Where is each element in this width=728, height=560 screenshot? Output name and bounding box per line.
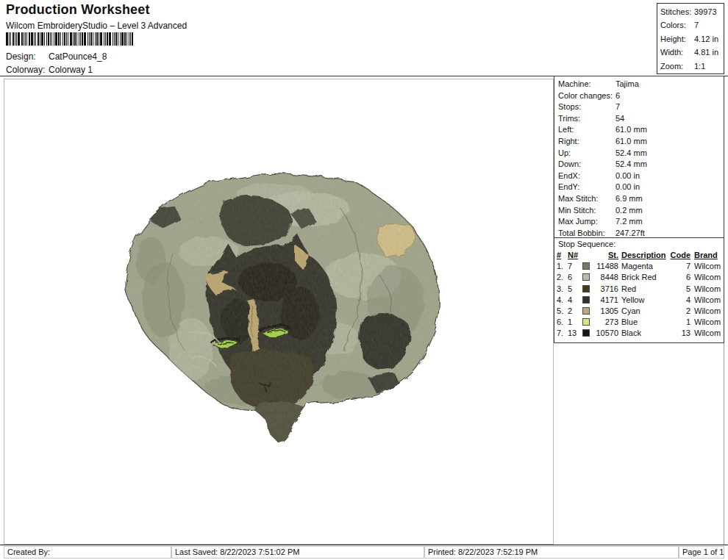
stop-sequence-row: 5. 2 1305 Cyan 2 Wilcom	[557, 306, 724, 317]
info-label: EndY:	[558, 182, 615, 193]
info-row: EndX: 0.00 in	[554, 170, 724, 182]
needle-number: 1	[568, 317, 582, 328]
info-value: 61.0 mm	[615, 124, 647, 136]
info-row: Width: 4.81 in	[660, 46, 724, 59]
info-row: EndY: 0.00 in	[554, 182, 724, 193]
design-value: CatPounce4_8	[49, 51, 107, 62]
info-row: Trims: 54	[554, 113, 724, 125]
barcode-icon	[6, 32, 135, 46]
thread-color-swatch	[582, 307, 590, 315]
software-name: Wilcom EmbroideryStudio – Level 3 Advanc…	[6, 21, 187, 31]
last-saved-cell: Last Saved: 8/22/2023 7:51:02 PM	[171, 546, 424, 559]
info-label: Up:	[558, 148, 615, 159]
page-right-edge	[724, 343, 724, 545]
stitch-count: 3716	[593, 284, 618, 295]
col-code: Code	[668, 250, 690, 261]
colorway-row: Colorway: Colorway 1	[6, 65, 93, 75]
thread-brand: Wilcom	[690, 328, 724, 339]
info-value: 7	[694, 18, 699, 32]
thread-brand: Wilcom	[690, 306, 724, 317]
design-summary-box: Stitches: 39973 Colors: 7 Height: 4.12 i…	[657, 3, 724, 74]
info-label: Stops:	[558, 101, 615, 113]
thread-description: Red	[618, 284, 668, 295]
info-value: 39973	[694, 5, 717, 18]
info-label: Machine:	[558, 79, 615, 90]
info-label: Color changes:	[558, 90, 615, 102]
info-row: Stops: 7	[554, 101, 724, 113]
thread-brand: Wilcom	[690, 295, 724, 306]
thread-brand: Wilcom	[690, 284, 724, 295]
thread-description: Yellow	[618, 295, 668, 306]
info-value: 7	[615, 101, 620, 113]
stop-sequence-row: 1. 7 11488 Magenta 7 Wilcom	[557, 261, 724, 272]
thread-code: 13	[668, 328, 690, 339]
col-num: #	[557, 250, 568, 261]
thread-color-swatch	[582, 329, 590, 337]
thread-code: 7	[668, 261, 690, 272]
stop-sequence-row: 2. 6 8448 Brick Red 6 Wilcom	[557, 272, 724, 283]
stitch-count: 1305	[593, 306, 618, 317]
info-row: Machine: Tajima	[554, 79, 724, 90]
info-row: Color changes: 6	[554, 90, 724, 102]
info-value: Tajima	[615, 79, 639, 90]
stitch-count: 8448	[593, 272, 618, 283]
col-needle: N#	[568, 250, 582, 261]
info-row: Max Stitch: 6.9 mm	[554, 193, 724, 205]
needle-number: 4	[568, 295, 582, 306]
design-preview-area	[4, 79, 554, 545]
stop-sequence-table: # N# St. Description Code Brand 1. 7 114…	[554, 250, 724, 340]
info-value: 247.27ft	[615, 228, 645, 237]
thread-description: Magenta	[618, 261, 668, 272]
printed-cell: Printed: 8/22/2023 7:52:19 PM	[424, 546, 679, 559]
stitch-count: 273	[593, 317, 618, 328]
stop-sequence-row: 6. 1 273 Blue 1 Wilcom	[557, 317, 724, 328]
stop-number: 2.	[557, 272, 568, 283]
info-row: Left: 61.0 mm	[554, 124, 724, 136]
page-number-cell: Page 1 of 1	[679, 546, 724, 559]
info-row: Stitches: 39973	[660, 5, 724, 18]
info-row: Total Bobbin: 247.27ft	[554, 228, 724, 237]
thread-description: Cyan	[618, 306, 668, 317]
info-value: 4.12 in	[694, 32, 718, 46]
info-label: Height:	[660, 32, 694, 46]
thread-brand: Wilcom	[690, 272, 724, 283]
stop-sequence-row: 4. 4 4171 Yellow 4 Wilcom	[557, 295, 724, 306]
info-value: 61.0 mm	[615, 136, 647, 148]
info-row: Min Stitch: 0.2 mm	[554, 205, 724, 217]
production-worksheet-page: Production Worksheet Wilcom EmbroiderySt…	[0, 0, 728, 560]
info-row: Colors: 7	[660, 18, 724, 32]
thread-brand: Wilcom	[690, 317, 724, 328]
info-label: Width:	[660, 46, 694, 59]
info-row: Right: 61.0 mm	[554, 136, 724, 148]
needle-number: 7	[568, 261, 582, 272]
thread-code: 4	[668, 295, 690, 306]
info-row: Down: 52.4 mm	[554, 159, 724, 170]
info-value: 6	[615, 90, 620, 102]
info-value: 0.2 mm	[615, 205, 643, 217]
info-value: 52.4 mm	[615, 159, 647, 170]
info-value: 54	[615, 113, 624, 125]
thread-description: Brick Red	[618, 272, 668, 283]
footer-bar: Created By: Last Saved: 8/22/2023 7:51:0…	[4, 546, 724, 559]
thread-code: 6	[668, 272, 690, 283]
stop-sequence-title: Stop Sequence:	[554, 238, 724, 250]
info-label: Stitches:	[660, 5, 694, 18]
needle-number: 13	[568, 328, 582, 339]
info-label: Min Stitch:	[558, 205, 615, 217]
stop-number: 6.	[557, 317, 568, 328]
thread-description: Blue	[618, 317, 668, 328]
machine-info-panel: Machine: Tajima Color changes: 6 Stops: …	[554, 76, 724, 343]
info-label: Max Jump:	[558, 216, 615, 228]
info-value: 4.81 in	[694, 46, 718, 59]
col-description: Description	[618, 250, 668, 261]
info-label: Down:	[558, 159, 615, 170]
thread-code: 2	[668, 306, 690, 317]
thread-brand: Wilcom	[690, 261, 724, 272]
thread-color-swatch	[582, 285, 590, 292]
needle-number: 5	[568, 284, 582, 295]
page-title: Production Worksheet	[6, 2, 150, 18]
thread-code: 5	[668, 284, 690, 295]
thread-color-swatch	[582, 273, 590, 281]
info-row: Max Jump: 7.2 mm	[554, 216, 724, 228]
stop-number: 7.	[557, 328, 568, 339]
